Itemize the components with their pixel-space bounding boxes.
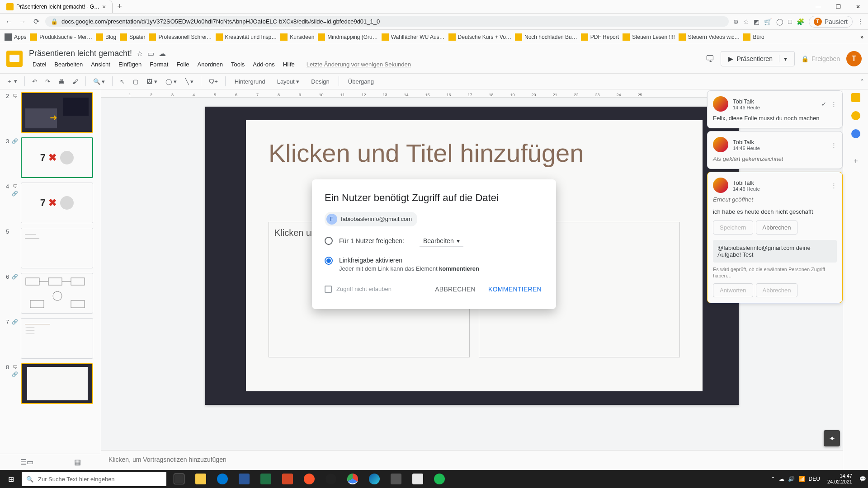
edge-legacy-icon[interactable] [212,470,233,488]
radio-checked-icon[interactable] [325,257,333,265]
powerpoint-icon[interactable] [277,470,298,488]
onedrive-icon[interactable]: ☁ [779,476,784,482]
share-option-2[interactable]: Linkfreigabe aktivieren Jeder mit dem Li… [325,257,543,272]
notifications-icon[interactable]: 💬 [859,476,866,482]
deny-label: Zugriff nicht erlauben [336,286,392,292]
language-indicator[interactable]: DEU [809,476,820,482]
windows-taskbar: ⊞ 🔍 Zur Suche Text hier eingeben ⌃ ☁ 🔊 📶… [0,470,868,488]
obs-icon[interactable] [320,470,342,488]
brave-icon[interactable] [298,470,320,488]
permission-dropdown[interactable]: Bearbeiten ▾ [420,235,463,247]
start-button[interactable]: ⊞ [0,470,22,488]
deny-checkbox[interactable] [325,286,332,293]
task-view-icon[interactable] [168,470,190,488]
system-tray: ⌃ ☁ 🔊 📶 DEU 14:47 24.02.2021 💬 [771,473,868,485]
dialog-confirm-button[interactable]: KOMMENTIEREN [486,282,543,296]
app-icon-1[interactable] [385,470,407,488]
volume-icon[interactable]: 🔊 [788,476,795,482]
spotify-icon[interactable] [429,470,450,488]
dialog-title: Ein Nutzer benötigt Zugriff auf die Date… [325,192,543,204]
clock[interactable]: 14:47 24.02.2021 [824,473,856,485]
time: 14:47 [827,473,852,479]
edge-icon[interactable] [363,470,385,488]
user-chip[interactable]: F fabiobaslerinfo@gmail.com [325,212,417,226]
user-chip-avatar: F [326,214,337,225]
chrome-icon[interactable] [342,470,363,488]
radio-unchecked-icon[interactable] [325,237,333,245]
modal-overlay: Ein Nutzer benötigt Zugriff auf die Date… [0,0,868,488]
share-option-1[interactable]: Für 1 Nutzer freigeben: Bearbeiten ▾ [325,235,543,247]
explorer-icon[interactable] [190,470,212,488]
option-2-label: Linkfreigabe aktivieren [339,257,479,264]
excel-icon[interactable] [255,470,277,488]
option-2-sublabel: Jeder mit dem Link kann das Element komm… [339,265,479,272]
taskbar-search[interactable]: 🔍 Zur Suche Text hier eingeben [22,472,166,486]
app-icon-2[interactable] [407,470,429,488]
search-placeholder: Zur Suche Text hier eingeben [38,476,115,483]
dialog-cancel-button[interactable]: ABBRECHEN [433,282,477,296]
word-icon[interactable] [233,470,255,488]
chevron-down-icon: ▾ [457,237,460,244]
wifi-icon[interactable]: 📶 [798,476,805,482]
user-chip-email: fabiobaslerinfo@gmail.com [341,216,412,222]
access-request-dialog: Ein Nutzer benötigt Zugriff auf die Date… [312,179,556,309]
search-icon: 🔍 [26,476,33,483]
date: 24.02.2021 [827,479,852,485]
tray-overflow-icon[interactable]: ⌃ [771,476,775,482]
taskbar-apps [168,470,450,488]
option-1-label: Für 1 Nutzer freigeben: [339,237,404,244]
